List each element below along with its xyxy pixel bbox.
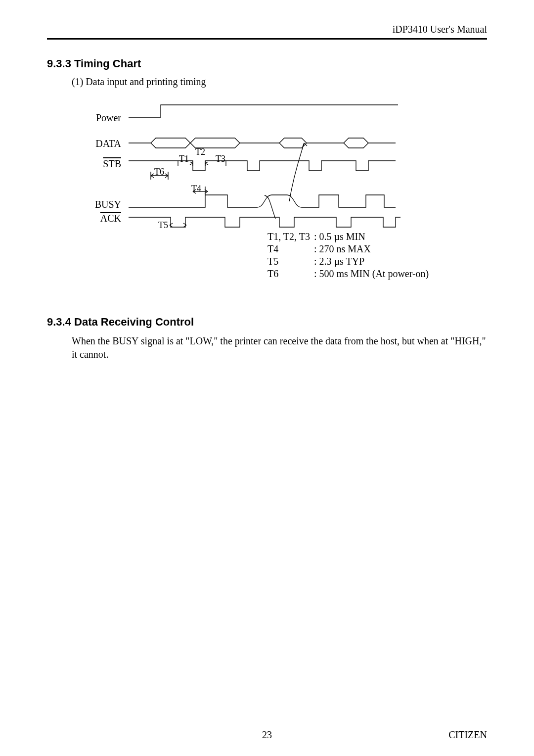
- table-row: T1, T2, T3 : 0.5 µs MIN: [267, 231, 432, 242]
- section-9-3-3-heading: 9.3.3 Timing Chart: [47, 57, 487, 70]
- t6-name: T6: [267, 268, 313, 280]
- doc-title: iDP3410 User's Manual: [393, 24, 487, 35]
- t4-name: T4: [267, 243, 313, 255]
- timing-values-table: T1, T2, T3 : 0.5 µs MIN T4 : 270 ns MAX …: [267, 230, 433, 281]
- table-row: T6 : 500 ms MIN (At power-on): [267, 268, 432, 280]
- t6-val: : 500 ms MIN (At power-on): [314, 268, 432, 280]
- brand-name: CITIZEN: [448, 729, 487, 741]
- section-9-3-4-heading: 9.3.4 Data Receiving Control: [47, 316, 487, 329]
- t4-val: : 270 ns MAX: [314, 243, 432, 255]
- table-row: T5 : 2.3 µs TYP: [267, 256, 432, 267]
- timing-chart: Power DATA STB BUSY ACK T1 T2 T3 T4 T5 T…: [82, 97, 452, 308]
- page-header: iDP3410 User's Manual: [47, 24, 487, 40]
- timing-waveforms: [82, 97, 452, 241]
- section-9-3-3-sub1: (1) Data input and printing timing: [72, 76, 487, 88]
- page-number: 23: [262, 729, 272, 741]
- page: iDP3410 User's Manual 9.3.3 Timing Chart…: [0, 0, 534, 756]
- t5-val: : 2.3 µs TYP: [314, 256, 432, 267]
- t1t2t3-name: T1, T2, T3: [267, 231, 313, 242]
- table-row: T4 : 270 ns MAX: [267, 243, 432, 255]
- t5-name: T5: [267, 256, 313, 267]
- section-9-3-4-body: When the BUSY signal is at "LOW," the pr…: [72, 334, 487, 361]
- t1t2t3-val: : 0.5 µs MIN: [314, 231, 432, 242]
